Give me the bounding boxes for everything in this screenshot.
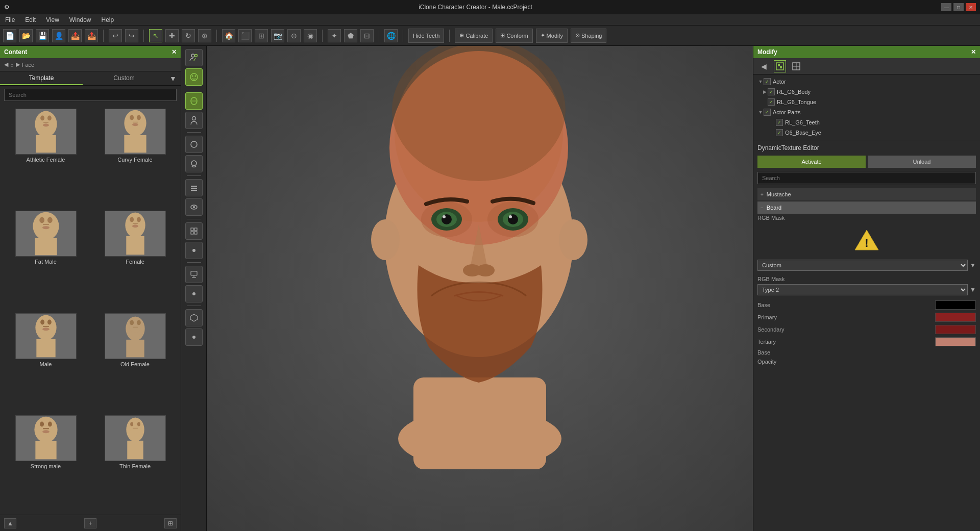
camera-button[interactable]: 📷 — [271, 29, 284, 42]
undo-button[interactable]: ↩ — [109, 29, 122, 42]
modify-close-icon[interactable]: ✕ — [971, 48, 976, 56]
world-button[interactable]: 🌐 — [384, 29, 398, 42]
tree-item-teeth[interactable]: ✓ RL_G6_Teeth — [753, 117, 980, 128]
tab-custom[interactable]: Custom — [83, 71, 165, 85]
scroll-up-button[interactable]: ▲ — [4, 518, 16, 528]
custom-select[interactable]: Custom — [757, 260, 968, 271]
tree-check-actor-parts[interactable]: ✓ — [764, 109, 771, 116]
calibrate-button[interactable]: ⊕ Calibrate — [455, 29, 493, 43]
modify-tab-back[interactable]: ◀ — [757, 60, 770, 72]
import-button[interactable]: 👤 — [52, 29, 65, 42]
type2-select[interactable]: Type 2 — [757, 284, 968, 295]
menu-help[interactable]: Help — [100, 15, 116, 24]
modify-button[interactable]: ✦ Modify — [536, 29, 568, 43]
list-item[interactable]: Athletic Female — [2, 106, 89, 206]
base-color-swatch[interactable] — [935, 300, 976, 310]
viewport-tool-face[interactable] — [185, 68, 203, 86]
menu-edit[interactable]: Edit — [23, 15, 38, 24]
grid-button[interactable]: ⊞ — [255, 29, 268, 42]
tree-expand-actor[interactable]: ▼ — [757, 79, 764, 84]
tree-check-eye[interactable]: ✓ — [776, 129, 783, 136]
minimize-button[interactable]: — — [941, 3, 951, 11]
tab-template[interactable]: Template — [0, 71, 83, 85]
viewport-tool-dot2[interactable] — [185, 285, 203, 302]
tree-expand-actor-parts[interactable]: ▼ — [757, 110, 764, 115]
tree-item-eye[interactable]: ✓ G6_Base_Eye — [753, 128, 980, 138]
unload-button[interactable]: Unload — [868, 156, 976, 168]
hide-teeth-button[interactable]: Hide Teeth — [408, 29, 444, 43]
tree-check-tongue[interactable]: ✓ — [768, 98, 775, 106]
viewport-tool-layers[interactable] — [185, 179, 203, 196]
beard-expand-icon[interactable]: − — [761, 205, 764, 211]
bone-button[interactable]: ✦ — [328, 29, 341, 42]
light-button[interactable]: ⊙ — [287, 29, 301, 42]
tree-expand-body[interactable]: ▶ — [762, 89, 768, 94]
tree-item-body[interactable]: ▶ ✓ RL_G6_Body — [753, 87, 980, 97]
tree-item-actor-parts[interactable]: ▼ ✓ Actor Parts — [753, 107, 980, 117]
shaping-button[interactable]: ⊙ Shaping — [571, 29, 606, 43]
viewport-tool-circle[interactable] — [185, 136, 203, 153]
beard-item[interactable]: − Beard — [757, 201, 976, 214]
tertiary-color-swatch[interactable] — [935, 337, 976, 346]
save-button[interactable]: 💾 — [36, 29, 49, 42]
tree-item-actor[interactable]: ▼ ✓ Actor — [753, 77, 980, 87]
viewport-tool-eye[interactable] — [185, 198, 203, 216]
open-button[interactable]: 📂 — [19, 29, 33, 42]
layout-button[interactable]: ⊞ — [164, 518, 177, 528]
menu-view[interactable]: View — [44, 15, 61, 24]
scale-button[interactable]: ⊕ — [198, 29, 211, 42]
viewport-button[interactable]: 🏠 — [222, 29, 235, 42]
list-item[interactable]: Thin Female — [91, 413, 179, 513]
viewport-tool-person[interactable] — [185, 112, 203, 129]
close-button[interactable]: ✕ — [966, 3, 976, 11]
modify-tab-grid[interactable] — [790, 60, 802, 72]
tree-check-actor[interactable]: ✓ — [764, 78, 771, 85]
tree-check-teeth[interactable]: ✓ — [776, 119, 783, 126]
viewport-tool-dot3[interactable] — [185, 328, 203, 346]
list-item[interactable]: Male — [2, 311, 89, 411]
texture-search-input[interactable] — [757, 172, 976, 184]
redo-button[interactable]: ↪ — [125, 29, 138, 42]
search-input[interactable] — [4, 89, 177, 101]
breadcrumb-back-icon[interactable]: ◀ — [4, 61, 8, 68]
tabs-expand-icon[interactable]: ▼ — [169, 74, 177, 83]
export-button[interactable]: 📤 — [68, 29, 82, 42]
transform-button[interactable]: ✚ — [165, 29, 179, 42]
rotate-button[interactable]: ↻ — [182, 29, 195, 42]
viewport-tool-face2[interactable] — [185, 155, 203, 172]
viewport-tool-figure[interactable] — [185, 266, 203, 283]
export2-button[interactable]: 📤 — [85, 29, 98, 42]
mustache-expand-icon[interactable]: + — [761, 192, 764, 197]
tree-check-body[interactable]: ✓ — [768, 88, 775, 95]
list-item[interactable]: Old Female — [91, 311, 179, 411]
menu-window[interactable]: Window — [67, 15, 93, 24]
list-item[interactable]: Fat Male — [2, 208, 89, 308]
activate-button[interactable]: Activate — [757, 156, 866, 168]
morph-button[interactable]: ⊡ — [360, 29, 374, 42]
mesh-button[interactable]: ⬟ — [344, 29, 357, 42]
fullscreen-button[interactable]: ⬛ — [238, 29, 252, 42]
list-item[interactable]: Strong male — [2, 413, 89, 513]
render-button[interactable]: ◉ — [304, 29, 317, 42]
list-item[interactable]: Curvy Female — [91, 106, 179, 206]
viewport-tool-hexagon[interactable] — [185, 309, 203, 326]
new-button[interactable]: 📄 — [3, 29, 16, 42]
viewport-tool-people[interactable] — [185, 49, 203, 66]
viewport-tool-morph[interactable] — [185, 92, 203, 110]
modify-tab-texture[interactable] — [774, 60, 786, 72]
breadcrumb-face[interactable]: Face — [22, 62, 34, 68]
primary-color-swatch[interactable] — [935, 313, 976, 322]
menu-file[interactable]: File — [3, 15, 17, 24]
viewport-tool-dot1[interactable] — [185, 242, 203, 259]
viewport-tool-grid1[interactable] — [185, 222, 203, 240]
content-close-icon[interactable]: ✕ — [172, 48, 177, 56]
mustache-item[interactable]: + Mustache — [757, 188, 976, 200]
tree-item-tongue[interactable]: ✓ RL_G6_Tongue — [753, 97, 980, 107]
select-button[interactable]: ↖ — [149, 29, 162, 42]
list-item[interactable]: Female — [91, 208, 179, 308]
breadcrumb-home-icon[interactable]: ⌂ — [10, 62, 14, 68]
maximize-button[interactable]: □ — [953, 3, 964, 11]
secondary-color-swatch[interactable] — [935, 325, 976, 334]
add-button[interactable]: + — [84, 518, 96, 528]
conform-button[interactable]: ⊞ Conform — [496, 29, 532, 43]
